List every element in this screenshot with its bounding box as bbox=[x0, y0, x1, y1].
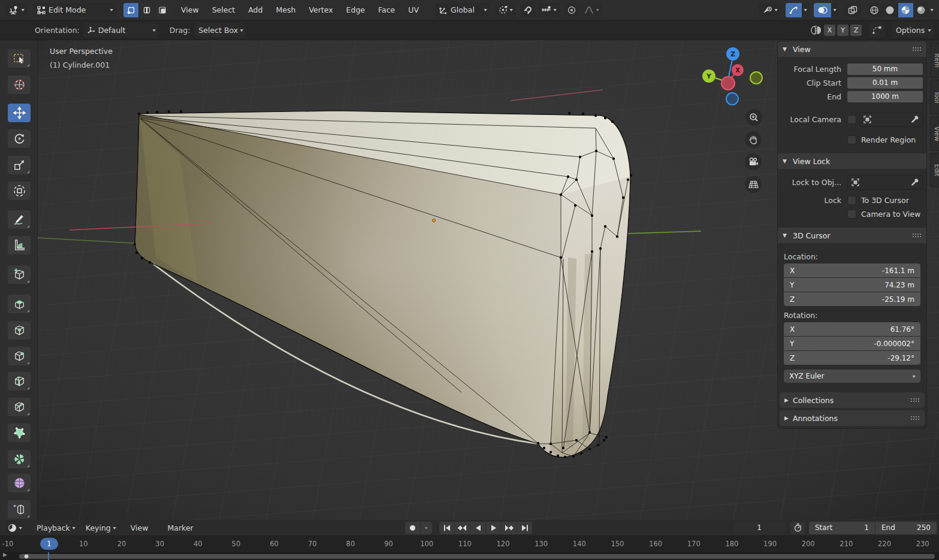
end-frame-field[interactable]: End 250 bbox=[875, 522, 937, 534]
navigation-gizmo[interactable]: Z X Y bbox=[693, 43, 771, 117]
gizmos-dropdown[interactable]: ▾ bbox=[802, 3, 809, 17]
inset-tool-icon[interactable] bbox=[8, 321, 31, 340]
eyedropper-icon[interactable] bbox=[911, 178, 919, 186]
panel-grip-icon[interactable] bbox=[910, 416, 920, 420]
timeline-ruler[interactable]: 1 -1010203040506070809010011012013014015… bbox=[0, 536, 939, 552]
menu-item[interactable]: Face bbox=[372, 5, 401, 14]
mode-dropdown[interactable]: Edit Mode ▾ bbox=[34, 3, 116, 17]
drag-mode-dropdown[interactable]: Select Box ▾ bbox=[195, 23, 246, 37]
edge-select-icon[interactable] bbox=[138, 3, 154, 17]
snap-with-dropdown[interactable]: ▾ bbox=[538, 3, 560, 17]
keying-menu[interactable]: Keying▾ bbox=[82, 520, 119, 535]
mirror-z-button[interactable]: Z bbox=[850, 25, 862, 36]
menu-item[interactable]: Vertex bbox=[302, 5, 339, 14]
cursor-rotation-y[interactable]: Y-0.000002° bbox=[784, 337, 920, 350]
snap-base-button[interactable] bbox=[869, 23, 885, 37]
measure-tool-icon[interactable] bbox=[8, 236, 31, 255]
focal-length-field[interactable]: 50 mm bbox=[847, 63, 923, 75]
rotation-order-dropdown[interactable]: XYZ Euler ▾ bbox=[784, 370, 920, 383]
lock-to-3d-cursor-checkbox[interactable] bbox=[847, 196, 856, 205]
eyedropper-icon[interactable] bbox=[911, 116, 919, 123]
3d-cursor-panel-header[interactable]: ▼ 3D Cursor bbox=[778, 228, 926, 244]
record-dropdown[interactable]: ▾ bbox=[420, 522, 432, 534]
view-lock-panel-header[interactable]: ▼ View Lock bbox=[778, 153, 926, 169]
solid-shading-icon[interactable] bbox=[882, 3, 898, 17]
local-camera-checkbox[interactable] bbox=[847, 115, 856, 124]
panel-grip-icon[interactable] bbox=[912, 233, 922, 238]
overlays-dropdown[interactable]: ▾ bbox=[831, 3, 838, 17]
channel-expand-icon[interactable]: ▶ bbox=[3, 552, 7, 558]
extrude-tool-icon[interactable] bbox=[8, 295, 31, 313]
sidebar-tab[interactable]: Edit bbox=[930, 153, 939, 187]
add-cube-tool-icon[interactable] bbox=[8, 265, 31, 284]
cursor-location-y[interactable]: Y74.23 m bbox=[784, 278, 920, 292]
panel-grip-icon[interactable] bbox=[910, 398, 920, 402]
timeline-editor-type-button[interactable]: ▾ bbox=[5, 520, 25, 535]
sidebar-tab[interactable]: Item bbox=[930, 43, 939, 78]
snap-toggle-button[interactable] bbox=[521, 3, 536, 17]
record-icon[interactable] bbox=[405, 522, 420, 534]
current-frame-indicator[interactable]: 1 bbox=[40, 538, 58, 550]
wireframe-shading-icon[interactable] bbox=[867, 3, 882, 17]
bevel-tool-icon[interactable] bbox=[8, 347, 31, 365]
mirror-x-button[interactable]: X bbox=[824, 25, 835, 36]
sidebar-tab[interactable]: View bbox=[930, 116, 939, 151]
collections-panel-header[interactable]: ▶ Collections bbox=[780, 392, 925, 408]
scale-tool-icon[interactable] bbox=[8, 156, 31, 174]
smooth-tool-icon[interactable] bbox=[8, 474, 31, 492]
orientation-default-dropdown[interactable]: Default ▾ bbox=[83, 23, 159, 37]
gizmo-visibility-dropdown[interactable]: ▾ bbox=[759, 3, 781, 17]
pan-hand-icon[interactable] bbox=[745, 131, 762, 148]
gizmo-z-neg-axis[interactable] bbox=[726, 93, 738, 105]
timeline-view-menu[interactable]: View bbox=[124, 523, 155, 532]
mirror-icon[interactable] bbox=[810, 25, 822, 35]
camera-to-view-checkbox[interactable] bbox=[847, 210, 856, 219]
mirror-y-button[interactable]: Y bbox=[837, 25, 849, 36]
rendered-shading-icon[interactable] bbox=[913, 3, 929, 17]
annotate-tool-icon[interactable] bbox=[8, 210, 31, 229]
panel-grip-icon[interactable] bbox=[912, 47, 922, 52]
local-camera-object-field[interactable] bbox=[859, 112, 923, 127]
start-frame-field[interactable]: Start 1 bbox=[809, 522, 875, 534]
stopwatch-icon[interactable] bbox=[790, 522, 805, 534]
jump-to-end-icon[interactable] bbox=[517, 522, 532, 534]
edge-slide-tool-icon[interactable] bbox=[8, 500, 31, 519]
current-frame-field[interactable]: 1 bbox=[733, 522, 786, 534]
overlays-toggle[interactable] bbox=[814, 3, 831, 17]
options-dropdown[interactable]: Options ▾ bbox=[892, 23, 934, 37]
playback-menu[interactable]: Playback▾ bbox=[33, 520, 78, 535]
editor-type-button[interactable]: ▾ bbox=[5, 3, 28, 17]
gizmos-toggle[interactable] bbox=[786, 3, 802, 17]
falloff-dropdown[interactable]: ▾ bbox=[581, 3, 602, 17]
render-region-checkbox[interactable] bbox=[847, 135, 856, 144]
clip-start-field[interactable]: 0.01 m bbox=[847, 77, 923, 89]
cursor-rotation-x[interactable]: X61.76° bbox=[784, 322, 920, 336]
cursor-location-x[interactable]: X-161.1 m bbox=[784, 264, 920, 277]
view-panel-header[interactable]: ▼ View bbox=[778, 41, 926, 57]
clip-end-field[interactable]: 1000 m bbox=[847, 91, 923, 102]
sidebar-tab[interactable]: Tool bbox=[930, 80, 939, 114]
zoom-icon[interactable] bbox=[745, 109, 762, 126]
menu-item[interactable]: Add bbox=[241, 5, 269, 14]
prev-keyframe-icon[interactable] bbox=[454, 522, 470, 534]
vertex-select-icon[interactable] bbox=[123, 3, 138, 17]
select-box-tool-icon[interactable] bbox=[8, 49, 31, 68]
timeline-marker-menu[interactable]: Marker bbox=[161, 523, 200, 532]
gizmo-x-neg-axis[interactable] bbox=[721, 77, 735, 90]
lock-to-object-field[interactable] bbox=[847, 175, 923, 190]
menu-item[interactable]: Edge bbox=[340, 5, 372, 14]
xray-toggle[interactable] bbox=[844, 3, 861, 17]
knife-tool-icon[interactable] bbox=[8, 398, 31, 416]
material-shading-icon[interactable] bbox=[898, 3, 913, 17]
camera-view-icon[interactable] bbox=[745, 153, 762, 170]
transform-orientation-dropdown[interactable]: Global ▾ bbox=[435, 3, 490, 17]
menu-item[interactable]: UV bbox=[401, 5, 425, 14]
jump-to-start-icon[interactable] bbox=[439, 522, 454, 534]
cursor-location-z[interactable]: Z-25.19 m bbox=[784, 292, 920, 306]
orthographic-grid-icon[interactable] bbox=[745, 176, 762, 193]
rotate-tool-icon[interactable] bbox=[8, 129, 31, 148]
play-icon[interactable] bbox=[485, 522, 501, 534]
face-select-icon[interactable] bbox=[154, 3, 170, 17]
proportional-edit-toggle[interactable] bbox=[564, 3, 579, 17]
summary-keyframe-dot[interactable] bbox=[24, 554, 29, 559]
